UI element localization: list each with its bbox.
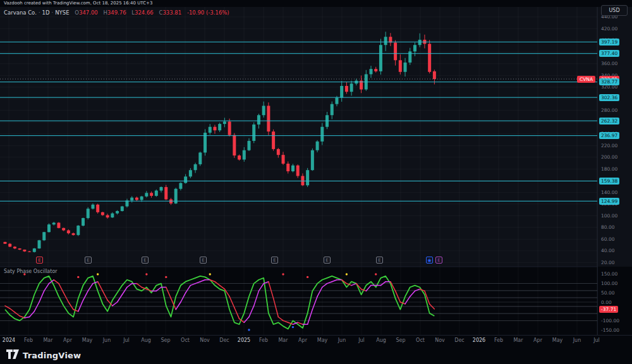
time-label: Apr — [298, 337, 307, 343]
level-price-label: 236.97 — [599, 132, 619, 139]
open-value: 347.00 — [79, 9, 98, 16]
price-tick: 220.00 — [601, 143, 617, 149]
level-price-label: 262.32 — [599, 118, 619, 124]
event-markers-row: EEEEEEE◉E — [0, 257, 597, 265]
event-icon[interactable]: E — [324, 257, 331, 264]
time-label: Nov — [200, 337, 210, 343]
time-label: May — [317, 337, 328, 343]
oscillator-tick: 0.00 — [601, 300, 612, 305]
time-label: May — [82, 337, 93, 343]
time-label: 2026 — [473, 337, 485, 343]
time-label: 2025 — [238, 337, 250, 343]
event-icon[interactable]: E — [200, 257, 207, 264]
tradingview-logo-text: TradingView — [23, 351, 81, 360]
time-label: Oct — [181, 337, 190, 343]
symbol-legend: Carvana Co.·1D·NYSE O347.00 H349.76 L324… — [4, 9, 229, 16]
close-value: 333.81 — [162, 9, 181, 16]
level-price-label: 124.99 — [599, 198, 619, 205]
bottom-bar: 2024FebMarAprMayJunJulAugSepOctNovDec202… — [0, 335, 632, 364]
time-label: May — [552, 337, 563, 343]
level-price-label: 302.36 — [599, 94, 619, 101]
open-label: O — [75, 9, 79, 16]
interval-label: 1D — [42, 9, 50, 16]
time-label: Apr — [533, 337, 542, 343]
level-price-label: 377.40 — [599, 50, 619, 57]
time-label: Nov — [435, 337, 445, 343]
oscillator-tick: 100.00 — [601, 281, 617, 286]
price-axis[interactable]: 333.81 -37.71 440.00420.00400.00380.0036… — [597, 0, 632, 335]
event-icon[interactable]: E — [271, 257, 278, 264]
level-price-label: 397.19 — [599, 39, 619, 46]
low-value: 324.66 — [135, 9, 154, 16]
time-label: Jul — [123, 337, 130, 343]
time-label: Dec — [219, 337, 229, 343]
change-value: -10.90 (-3.16%) — [187, 9, 229, 16]
tradingview-logo[interactable]: TradingView — [6, 349, 81, 361]
event-icon[interactable]: ◉ — [426, 257, 433, 264]
event-icon[interactable]: E — [376, 257, 383, 264]
oscillator-tick: 50.00 — [601, 290, 614, 296]
time-label: Dec — [454, 337, 464, 343]
time-label: Apr — [63, 337, 72, 343]
oscillator-tick: 150.00 — [601, 271, 617, 277]
time-label: Oct — [416, 337, 425, 343]
price-tick: 140.00 — [601, 190, 617, 195]
symbol-price-tag: CVNA — [577, 76, 595, 83]
legend-separator: · — [39, 9, 40, 16]
price-tick: 180.00 — [601, 166, 617, 172]
price-tick: 20.00 — [601, 260, 614, 265]
event-icon[interactable]: E — [142, 257, 149, 264]
price-tick: 60.00 — [601, 236, 614, 242]
time-label: Mar — [43, 337, 52, 343]
event-icon[interactable]: E — [36, 257, 43, 264]
level-price-label: 328.77 — [599, 78, 619, 85]
time-axis[interactable]: 2024FebMarAprMayJunJulAugSepOctNovDec202… — [0, 336, 632, 345]
tradingview-logo-icon — [6, 349, 19, 361]
level-price-label: 159.38 — [599, 178, 619, 185]
price-tick: 40.00 — [601, 248, 614, 253]
price-tick: 420.00 — [601, 26, 617, 32]
symbol-name: Carvana Co. — [4, 9, 37, 16]
time-label: Jun — [103, 337, 111, 343]
time-label: Aug — [376, 337, 386, 343]
tradingview-chart-screenshot: Vazdooh created with TradingView.com, Oc… — [0, 0, 632, 364]
time-label: Jul — [593, 337, 600, 343]
high-value: 349.76 — [107, 9, 126, 16]
attribution-text: Vazdooh created with TradingView.com, Oc… — [0, 0, 632, 7]
event-icon[interactable]: E — [435, 257, 442, 264]
time-label: Feb — [259, 337, 268, 343]
legend-separator: · — [52, 9, 54, 16]
time-label: Sep — [396, 337, 405, 343]
price-tick: 100.00 — [601, 213, 617, 219]
time-label: Feb — [494, 337, 503, 343]
oscillator-tick: -150.00 — [601, 327, 619, 333]
oscillator-tick: -100.00 — [601, 318, 619, 324]
price-tick: 80.00 — [601, 224, 614, 230]
time-label: Mar — [278, 337, 288, 343]
time-label: Aug — [141, 337, 151, 343]
currency-button[interactable]: USD — [601, 5, 628, 16]
time-label: Sep — [161, 337, 170, 343]
time-label: Jun — [338, 337, 346, 343]
time-label: Jun — [573, 337, 581, 343]
time-label: Feb — [24, 337, 33, 343]
time-label: Mar — [513, 337, 523, 343]
price-tick: 360.00 — [601, 61, 617, 66]
time-label: 2024 — [3, 337, 15, 343]
price-tick: 200.00 — [601, 154, 617, 160]
exchange-label: NYSE — [55, 9, 69, 16]
time-label: Jul — [358, 337, 365, 343]
oscillator-title: Saty Phase Oscillator — [4, 269, 58, 274]
price-tick: 280.00 — [601, 107, 617, 113]
event-icon[interactable]: E — [85, 257, 92, 264]
main-chart-canvas[interactable] — [0, 0, 597, 335]
oscillator-last-value-label: -37.71 — [599, 306, 618, 313]
